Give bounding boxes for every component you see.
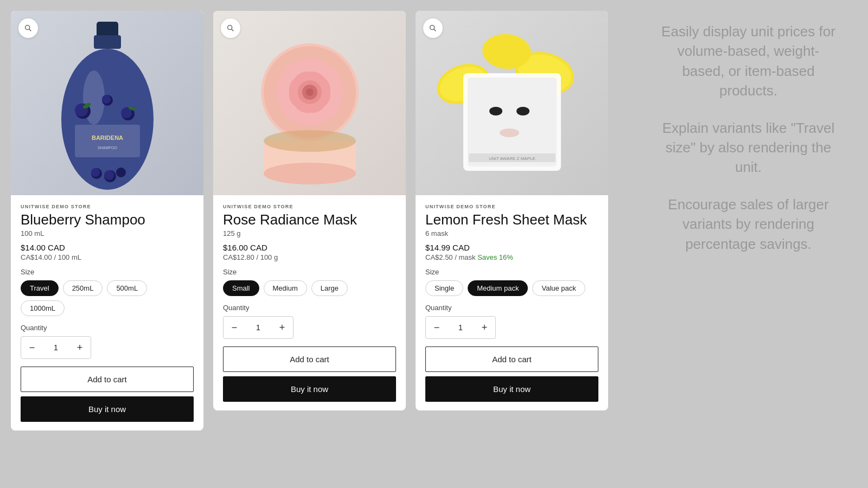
size-btn-travel[interactable]: Travel: [21, 280, 59, 296]
svg-rect-3: [94, 35, 121, 49]
product-unit-3: 6 mask: [425, 229, 598, 237]
size-btn-large[interactable]: Large: [311, 280, 348, 296]
product-info-blueberry: UNITWISE DEMO STORE Blueberry Shampoo 10…: [11, 195, 203, 431]
size-label-3: Size: [425, 268, 598, 276]
size-options-1: Travel 250mL 500mL 1000mL: [21, 280, 194, 316]
add-to-cart-button-3[interactable]: Add to cart: [425, 346, 598, 372]
product-image-lemon: UNIT AWARE Z MAPLE: [416, 11, 608, 195]
product-card-blueberry: BARIDENA SHAMPOO UNITWISE: [11, 11, 203, 431]
size-btn-1000ml[interactable]: 1000mL: [21, 300, 65, 316]
svg-rect-6: [75, 125, 140, 157]
svg-point-14: [102, 95, 111, 104]
quantity-control-3: − 1 +: [425, 316, 496, 339]
size-btn-medium-pack[interactable]: Medium pack: [468, 280, 528, 296]
product-name-2: Rose Radiance Mask: [223, 211, 396, 228]
qty-increase-3[interactable]: +: [474, 317, 495, 338]
lemon-mask-svg: UNIT AWARE Z MAPLE: [431, 19, 593, 192]
add-to-cart-button-2[interactable]: Add to cart: [223, 346, 396, 372]
svg-text:SHAMPOO: SHAMPOO: [98, 146, 117, 150]
size-btn-500ml[interactable]: 500mL: [107, 280, 147, 296]
product-info-rose: UNITWISE DEMO STORE Rose Radiance Mask 1…: [213, 195, 406, 410]
product-card-lemon: UNIT AWARE Z MAPLE UNITWISE DEMO STORE L…: [416, 11, 608, 410]
svg-point-48: [264, 130, 356, 152]
product-unit-price-2: CA$12.80 / 100 g: [223, 253, 396, 261]
product-price-1: $14.00 CAD: [21, 243, 194, 252]
svg-point-66: [516, 107, 529, 115]
svg-point-47: [264, 163, 356, 184]
quantity-control-1: − 1 +: [21, 336, 91, 359]
quantity-label-1: Quantity: [21, 324, 194, 332]
qty-decrease-1[interactable]: −: [21, 337, 43, 358]
quantity-control-2: − 1 +: [223, 316, 293, 339]
product-name-3: Lemon Fresh Sheet Mask: [425, 211, 598, 228]
product-card-rose: UNITWISE DEMO STORE Rose Radiance Mask 1…: [213, 11, 406, 410]
product-savings-3: Saves 16%: [477, 253, 513, 261]
quantity-label-3: Quantity: [425, 304, 598, 312]
svg-point-18: [91, 168, 100, 177]
size-btn-value-pack[interactable]: Value pack: [532, 280, 585, 296]
size-options-2: Small Medium Large: [223, 280, 396, 296]
qty-value-3: 1: [448, 323, 474, 332]
product-unit-price-3: CA$2.50 / mask Saves 16%: [425, 253, 598, 261]
qty-increase-1[interactable]: +: [69, 337, 91, 358]
qty-decrease-3[interactable]: −: [426, 317, 448, 338]
product-price-2: $16.00 CAD: [223, 243, 396, 252]
svg-point-44: [306, 88, 314, 96]
svg-text:BARIDENA: BARIDENA: [91, 134, 123, 141]
add-to-cart-button-1[interactable]: Add to cart: [21, 367, 194, 392]
product-unit-2: 125 g: [223, 229, 396, 237]
qty-value-2: 1: [245, 323, 271, 332]
svg-text:UNIT AWARE Z MAPLE: UNIT AWARE Z MAPLE: [489, 156, 535, 161]
buy-now-button-1[interactable]: Buy it now: [21, 396, 194, 422]
product-unit-price-1: CA$14.00 / 100 mL: [21, 253, 194, 261]
svg-point-65: [489, 107, 502, 115]
svg-point-22: [228, 25, 232, 30]
svg-point-4: [61, 49, 154, 190]
svg-point-21: [116, 168, 126, 177]
svg-point-67: [500, 129, 519, 137]
sidebar-line-3: Encourage sales of larger variants by re…: [661, 195, 835, 254]
qty-decrease-2[interactable]: −: [224, 317, 245, 338]
svg-rect-64: [468, 78, 557, 166]
svg-point-0: [25, 25, 30, 30]
store-label-2: UNITWISE DEMO STORE: [223, 204, 396, 209]
store-label-1: UNITWISE DEMO STORE: [21, 204, 194, 209]
rose-jar-svg: [234, 22, 386, 195]
product-unit-1: 100 mL: [21, 229, 194, 237]
store-label-3: UNITWISE DEMO STORE: [425, 204, 598, 209]
product-name-1: Blueberry Shampoo: [21, 211, 194, 228]
buy-now-button-2[interactable]: Buy it now: [223, 376, 396, 402]
products-area: BARIDENA SHAMPOO UNITWISE: [0, 0, 629, 441]
blueberry-bottle-svg: BARIDENA SHAMPOO: [31, 16, 183, 190]
qty-value-1: 1: [43, 343, 69, 352]
size-label-1: Size: [21, 268, 194, 276]
buy-now-button-3[interactable]: Buy it now: [425, 376, 598, 402]
product-info-lemon: UNITWISE DEMO STORE Lemon Fresh Sheet Ma…: [416, 195, 608, 410]
size-btn-medium[interactable]: Medium: [264, 280, 307, 296]
product-price-3: $14.99 CAD: [425, 243, 598, 252]
qty-increase-2[interactable]: +: [271, 317, 293, 338]
size-label-2: Size: [223, 268, 396, 276]
size-btn-small[interactable]: Small: [223, 280, 259, 296]
sidebar-text: Easily display unit prices for volume-ba…: [629, 0, 868, 275]
size-options-3: Single Medium pack Value pack: [425, 280, 598, 296]
sidebar-line-1: Easily display unit prices for volume-ba…: [661, 22, 835, 101]
sidebar-line-2: Explain variants like "Travel size" by a…: [661, 118, 835, 177]
size-btn-single[interactable]: Single: [425, 280, 463, 296]
svg-point-20: [104, 170, 114, 180]
product-image-blueberry: BARIDENA SHAMPOO: [11, 11, 203, 195]
product-image-rose: [213, 11, 406, 195]
size-btn-250ml[interactable]: 250mL: [63, 280, 103, 296]
quantity-label-2: Quantity: [223, 304, 396, 312]
